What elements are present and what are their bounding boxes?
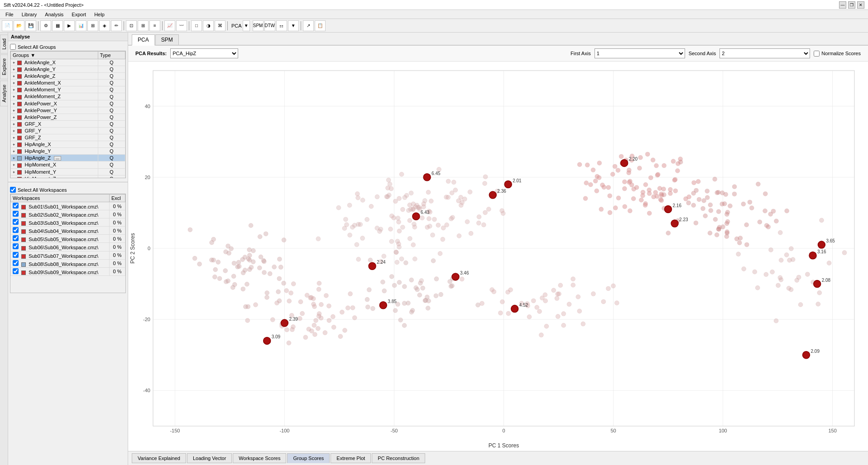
svg-point-138 — [744, 223, 749, 227]
toolbar-stack[interactable]: ≡ — [149, 20, 160, 31]
ws-checkbox[interactable] — [13, 260, 19, 266]
group-row[interactable]: + AnkleAngle_Z Q — [11, 73, 125, 80]
first-axis-select[interactable]: 1 — [595, 48, 685, 58]
normalize-checkbox[interactable] — [814, 51, 820, 57]
group-row[interactable]: + HipAngle_Y Q — [11, 148, 125, 155]
group-row[interactable]: + GRF_Y Q — [11, 127, 125, 134]
group-row[interactable]: + AnkleAngle_Y Q — [11, 66, 125, 73]
menu-file[interactable]: File — [2, 11, 17, 18]
select-all-workspaces-checkbox[interactable] — [10, 187, 16, 193]
svg-point-37 — [591, 168, 595, 172]
workspace-row[interactable]: Sub01\Sub01_Workspace.cmz\ 0 % — [11, 202, 125, 210]
svg-point-468 — [389, 274, 394, 279]
group-row[interactable]: + HipMoment_Y Q — [11, 168, 125, 175]
svg-point-150 — [678, 160, 683, 164]
ws-checkbox[interactable] — [13, 203, 19, 209]
svg-text:-20: -20 — [143, 317, 150, 322]
toolbar-settings[interactable]: ⚙ — [40, 20, 51, 31]
ws-checkbox[interactable] — [13, 235, 19, 241]
pca-dropdown[interactable]: ▼ — [243, 20, 250, 31]
maximize-button[interactable]: ❐ — [848, 1, 855, 9]
side-tab-load[interactable]: Load — [0, 34, 8, 53]
group-row[interactable]: + HipAngle_X Q — [11, 141, 125, 148]
ws-checkbox[interactable] — [13, 211, 19, 217]
groups-scroll[interactable]: Groups ▼ Type + AnkleAngle_X Q + AnkleA — [10, 51, 125, 178]
menu-analysis[interactable]: Analysis — [41, 11, 67, 18]
analyse-header: Analyse — [8, 33, 128, 41]
expand-icon: + — [13, 74, 15, 79]
toolbar-grid[interactable]: ⊡ — [126, 20, 137, 31]
group-row[interactable]: + AnkleAngle_X Q — [11, 59, 125, 66]
toolbar-chart[interactable]: 📊 — [76, 20, 86, 31]
toolbar-dtw[interactable]: DTW — [264, 20, 275, 31]
svg-point-443 — [805, 272, 810, 276]
group-row[interactable]: + HipAngle_Z — Q — [11, 155, 125, 161]
second-axis-select[interactable]: 2 — [719, 48, 810, 58]
select-all-groups-checkbox[interactable] — [10, 44, 16, 50]
tab-spm[interactable]: SPM — [155, 34, 179, 45]
menu-help[interactable]: Help — [91, 11, 108, 18]
group-name: AnkleMoment_Z — [24, 94, 61, 99]
toolbar-line[interactable]: 📈 — [164, 20, 175, 31]
group-row[interactable]: + GRF_Z Q — [11, 134, 125, 141]
ws-checkbox[interactable] — [13, 243, 19, 249]
toolbar-export2[interactable]: 📋 — [315, 20, 326, 31]
tab-extreme-plot[interactable]: Extreme Plot — [331, 453, 371, 463]
group-row[interactable]: + AnklePower_X Q — [11, 100, 125, 107]
svg-point-105 — [622, 186, 627, 191]
group-row[interactable]: + AnkleMoment_X Q — [11, 80, 125, 86]
ws-checkbox[interactable] — [13, 227, 19, 233]
toolbar-morph[interactable]: ◑ — [203, 20, 214, 31]
menu-export[interactable]: Export — [68, 11, 90, 18]
workspace-row[interactable]: Sub05\Sub05_Workspace.cmz\ 0 % — [11, 235, 125, 243]
workspace-row[interactable]: Sub06\Sub06_Workspace.cmz\ 0 % — [11, 243, 125, 251]
tab-pca[interactable]: PCA — [132, 34, 155, 46]
group-row[interactable]: + AnkleMoment_Z Q — [11, 93, 125, 100]
workspace-row[interactable]: Sub02\Sub02_Workspace.cmz\ 0 % — [11, 210, 125, 218]
toolbar-run[interactable]: ▶ — [64, 20, 75, 31]
toolbar-dtw3[interactable]: ▼ — [288, 20, 299, 31]
toolbar-save[interactable]: 💾 — [25, 20, 36, 31]
group-row[interactable]: + AnkleMoment_Y Q — [11, 86, 125, 93]
side-tab-analyse[interactable]: Analyse — [0, 81, 8, 106]
group-row[interactable]: + HipMoment_Z Q — [11, 175, 125, 178]
toolbar-rect[interactable]: □ — [191, 20, 202, 31]
toolbar-edit[interactable]: ✏ — [111, 20, 122, 31]
toolbar-new[interactable]: 📄 — [2, 20, 13, 31]
toolbar-multi[interactable]: ⊞ — [138, 20, 149, 31]
workspaces-scroll[interactable]: Workspaces Excl Sub01\Sub01_Workspace.cm… — [10, 194, 126, 293]
group-row[interactable]: + GRF_X Q — [11, 120, 125, 127]
minimize-button[interactable]: — — [839, 1, 846, 9]
menu-library[interactable]: Library — [18, 11, 41, 18]
ws-checkbox[interactable] — [13, 268, 19, 274]
svg-point-66 — [610, 172, 615, 176]
toolbar-spm[interactable]: SPM — [253, 20, 264, 31]
workspace-row[interactable]: Sub08\Sub08_Workspace.cmz\ 0 % — [11, 259, 125, 267]
workspace-row[interactable]: Sub04\Sub04_Workspace.cmz\ 0 % — [11, 227, 125, 235]
toolbar-open[interactable]: 📂 — [14, 20, 24, 31]
expand-icon: + — [13, 61, 15, 65]
toolbar-warp[interactable]: ⌘ — [215, 20, 225, 31]
tab-group-scores[interactable]: Group Scores — [287, 453, 330, 463]
toolbar-wave[interactable]: 〰 — [176, 20, 187, 31]
group-row[interactable]: + HipMoment_X Q — [11, 161, 125, 168]
group-row[interactable]: + AnklePower_Z Q — [11, 114, 125, 120]
pca-results-select[interactable]: PCA_HipZ — [170, 48, 238, 58]
toolbar-filter[interactable]: ▦ — [52, 20, 63, 31]
toolbar-table[interactable]: ⊞ — [87, 20, 98, 31]
ws-checkbox[interactable] — [13, 252, 19, 258]
group-row[interactable]: + AnklePower_Y Q — [11, 107, 125, 114]
workspace-row[interactable]: Sub09\Sub09_Workspace.cmz\ 0 % — [11, 267, 125, 275]
tab-pc-reconstruction[interactable]: PC Reconstruction — [372, 453, 425, 463]
tab-workspace-scores[interactable]: Workspace Scores — [233, 453, 286, 463]
ws-checkbox[interactable] — [13, 219, 19, 225]
toolbar-dtw2[interactable]: ⚏ — [276, 20, 287, 31]
side-tab-explore[interactable]: Explore — [0, 54, 8, 79]
workspace-row[interactable]: Sub07\Sub07_Workspace.cmz\ 0 % — [11, 251, 125, 259]
close-button[interactable]: ✕ — [857, 1, 864, 9]
toolbar-group[interactable]: ◈ — [99, 20, 110, 31]
workspace-row[interactable]: Sub03\Sub03_Workspace.cmz\ 0 % — [11, 218, 125, 227]
tab-loading-vector[interactable]: Loading Vector — [187, 453, 232, 463]
toolbar-export1[interactable]: ↗ — [303, 20, 314, 31]
tab-variance-explained[interactable]: Variance Explained — [132, 453, 186, 463]
